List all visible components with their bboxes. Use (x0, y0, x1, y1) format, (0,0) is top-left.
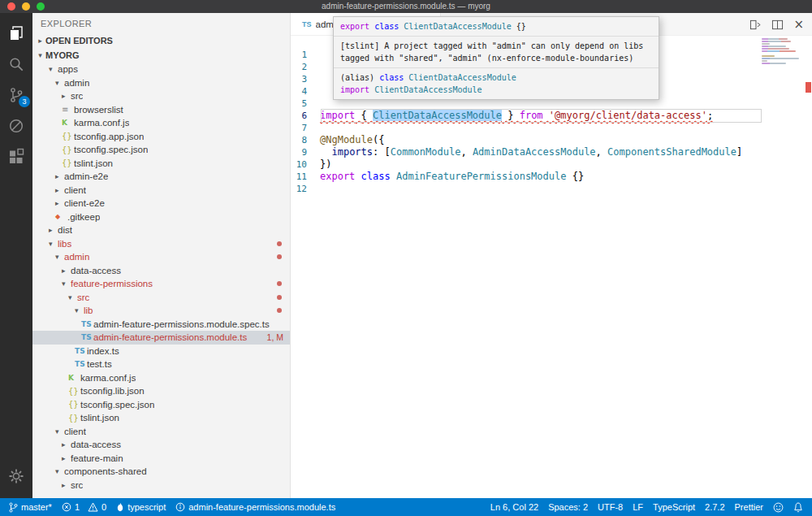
tree-item-label: client-e2e (64, 198, 105, 208)
tree-item-label: index.ts (87, 346, 119, 356)
explorer-icon[interactable] (0, 18, 32, 49)
tree-file-tsconfig.spec.json[interactable]: {}tsconfig.spec.json (32, 143, 290, 157)
tree-folder-client[interactable]: ▾client (32, 425, 290, 439)
hover-diagnostic-line2: tagged with "shared", "admin" (nx-enforc… (340, 52, 652, 64)
tree-folder-libs[interactable]: ▾libs (32, 237, 290, 251)
json-file-icon: {} (62, 132, 74, 141)
tree-file-karma.conf.js[interactable]: Kkarma.conf.js (32, 371, 290, 385)
tree-item-label: apps (58, 64, 78, 74)
modified-dot-indicator (277, 241, 282, 246)
search-icon[interactable] (0, 49, 32, 80)
tree-file-browserslist[interactable]: ≡browserslist (32, 103, 290, 117)
branch-label: master* (21, 502, 52, 512)
json-file-icon: {} (62, 158, 74, 167)
tree-file-karma.conf.js[interactable]: Kkarma.conf.js (32, 116, 290, 130)
problems-indicator[interactable]: 1 0 (57, 498, 111, 516)
cursor-position[interactable]: Ln 6, Col 22 (486, 498, 543, 516)
chevron-right-icon: ▸ (62, 481, 71, 489)
tree-folder-apps[interactable]: ▾apps (32, 63, 290, 76)
ts-version-indicator[interactable]: 2.7.2 (700, 498, 729, 516)
feedback-smiley-icon[interactable] (768, 498, 788, 516)
debug-icon[interactable] (0, 111, 32, 141)
code-line-10[interactable]: 10}) (291, 158, 812, 171)
tree-folder-admin[interactable]: ▾admin (32, 250, 290, 264)
tree-file-admin-feature-permissions.module.ts[interactable]: TSadmin-feature-permissions.module.ts1, … (32, 331, 290, 345)
tree-folder-feature-main[interactable]: ▸feature-main (32, 452, 290, 466)
tree-folder-lib[interactable]: ▾lib (32, 304, 290, 318)
close-window-button[interactable] (7, 2, 15, 11)
tree-file-admin-feature-permissions.module.spec.ts[interactable]: TSadmin-feature-permissions.module.spec.… (32, 318, 290, 332)
code-line-9[interactable]: 9 imports: [CommonModule, AdminDataAcces… (291, 146, 812, 158)
tree-folder-components-shared[interactable]: ▾components-shared (32, 465, 290, 479)
tree-file-tsconfig.spec.json[interactable]: {}tsconfig.spec.json (32, 398, 290, 412)
hover-details: (alias) class ClientDataAccessModule imp… (334, 68, 659, 99)
error-squiggle: import { ClientDataAccessModule } from '… (320, 110, 713, 121)
json-file-icon: {} (68, 400, 80, 409)
tree-item-label: admin (64, 252, 89, 262)
tree-file-test.ts[interactable]: TStest.ts (32, 358, 290, 371)
settings-gear-icon[interactable] (0, 461, 32, 492)
json-file-icon: {} (68, 414, 80, 423)
error-count: 1 (75, 502, 80, 512)
tree-folder-data-access[interactable]: ▸data-access (32, 264, 290, 278)
line-number: 3 (291, 73, 320, 85)
tree-folder-client[interactable]: ▸client (32, 184, 290, 197)
split-editor-icon[interactable] (771, 19, 784, 31)
tree-item-label: feature-permissions (71, 279, 153, 288)
tree-file-tsconfig.app.json[interactable]: {}tsconfig.app.json (32, 130, 290, 144)
tree-folder-feature-permissions[interactable]: ▾feature-permissions (32, 277, 290, 291)
hover-declaration: export class ClientDataAccessModule {} (334, 17, 659, 37)
zoom-window-button[interactable] (37, 2, 45, 11)
tree-folder-data-access[interactable]: ▸data-access (32, 438, 290, 452)
tree-file-tslint.json[interactable]: {}tslint.json (32, 411, 290, 425)
code-line-12[interactable]: 12 (291, 183, 812, 195)
tree-item-label: admin-feature-permissions.module.spec.ts (93, 319, 270, 329)
line-number: 8 (291, 134, 320, 146)
tree-file-tslint.json[interactable]: {}tslint.json (32, 157, 290, 171)
code-line-8[interactable]: 8@NgModule({ (291, 134, 812, 146)
tree-folder-admin[interactable]: ▾admin (32, 76, 290, 90)
indentation-indicator[interactable]: Spaces: 2 (543, 498, 593, 516)
tree-folder-admin-e2e[interactable]: ▸admin-e2e (32, 170, 290, 184)
code-line-7[interactable]: 7 (291, 122, 812, 134)
tree-item-label: karma.conf.js (74, 118, 129, 128)
minimize-window-button[interactable] (22, 2, 30, 11)
tslint-status[interactable]: typescript (111, 498, 171, 516)
tree-item-label: dist (58, 225, 72, 235)
open-editors-header[interactable]: ▸ OPEN EDITORS (32, 33, 290, 48)
encoding-indicator[interactable]: UTF-8 (593, 498, 628, 516)
tree-item-label: client (64, 427, 86, 436)
tree-folder-client-e2e[interactable]: ▸client-e2e (32, 197, 290, 210)
code-line-6[interactable]: 6import { ClientDataAccessModule } from … (291, 110, 812, 122)
minimap[interactable] (762, 38, 802, 64)
line-number: 10 (291, 158, 320, 171)
active-file-label: admin-feature-permissions.module.ts (188, 502, 335, 512)
tree-file-index.ts[interactable]: TSindex.ts (32, 345, 290, 358)
open-changes-icon[interactable] (749, 19, 762, 31)
tree-folder-src[interactable]: ▸src (32, 479, 290, 492)
modified-dot-indicator (277, 281, 282, 286)
chevron-down-icon: ▾ (75, 306, 84, 314)
git-branch-indicator[interactable]: master* (4, 498, 57, 516)
tree-folder-dist[interactable]: ▸dist (32, 223, 290, 237)
chevron-right-icon: ▸ (62, 92, 71, 100)
language-indicator[interactable]: TypeScript (648, 498, 700, 516)
active-file-indicator[interactable]: admin-feature-permissions.module.ts (171, 498, 340, 516)
root-folder-header[interactable]: ▾ MYORG (32, 48, 290, 63)
tree-file-.gitkeep[interactable]: ◆.gitkeep (32, 210, 290, 224)
tree-folder-src[interactable]: ▸src (32, 89, 290, 103)
tree-folder-src[interactable]: ▾src (32, 291, 290, 305)
chevron-right-icon: ▸ (35, 37, 45, 45)
tree-item-label: libs (58, 239, 71, 249)
close-editor-icon[interactable]: × (793, 19, 804, 31)
tree-file-tsconfig.lib.json[interactable]: {}tsconfig.lib.json (32, 384, 290, 398)
chevron-right-icon: ▸ (55, 199, 64, 207)
prettier-indicator[interactable]: Prettier (730, 498, 768, 516)
code-line-11[interactable]: 11export class AdminFeaturePermissionsMo… (291, 171, 812, 183)
tree-item-label: admin-feature-permissions.module.ts (93, 332, 247, 342)
chevron-down-icon: ▾ (55, 467, 64, 475)
extensions-icon[interactable] (0, 141, 32, 172)
eol-indicator[interactable]: LF (628, 498, 648, 516)
source-control-icon[interactable]: 3 (0, 80, 32, 111)
notifications-bell-icon[interactable] (788, 498, 808, 516)
